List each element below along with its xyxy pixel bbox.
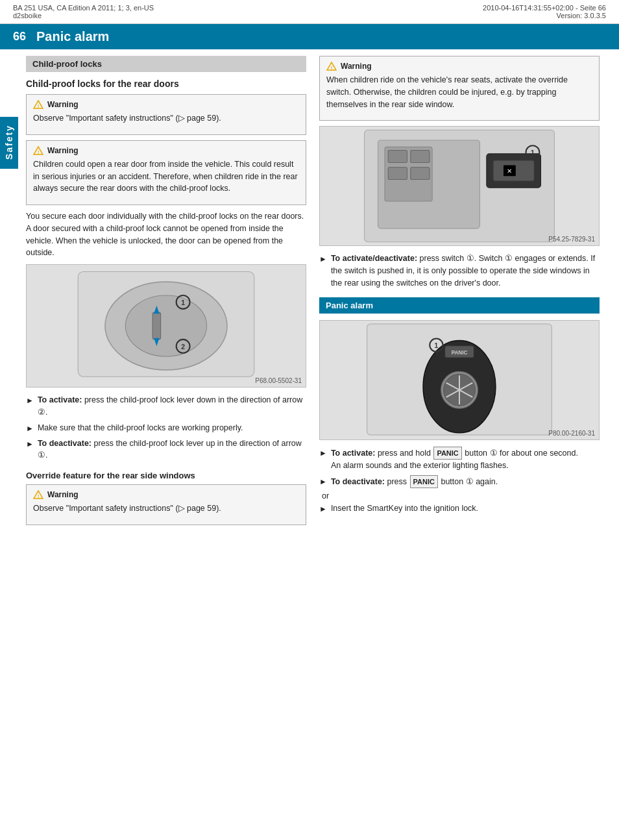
warning-1-text: Observe "Important safety instructions" … [33, 112, 299, 125]
key-fob-image: PANIC 1 P80.00-2160-31 [319, 320, 600, 440]
svg-rect-7 [152, 312, 161, 340]
bullet-smartkey: ► Insert the SmartKey into the ignition … [319, 502, 600, 515]
main-content: Child-proof locks Child-proof locks for … [0, 56, 619, 530]
svg-text:!: ! [38, 493, 40, 499]
bullet-deactivate: ► To deactivate: press the child-proof l… [26, 438, 306, 462]
svg-text:PANIC: PANIC [452, 349, 468, 355]
bullet-arrow-6: ► [319, 476, 327, 488]
svg-rect-23 [388, 167, 407, 180]
bullet-arrow-5: ► [319, 447, 327, 459]
warning-title-1: ! Warning [33, 99, 299, 110]
svg-point-6 [125, 295, 206, 356]
bullet-override-activate: ► To activate/deactivate: press switch ①… [319, 253, 600, 289]
bullet-arrow-4: ► [319, 253, 327, 265]
header-right: 2010-04-16T14:31:55+02:00 - Seite 66 Ver… [483, 4, 606, 19]
warning-2-text: Children could open a rear door from ins… [33, 158, 299, 195]
warning-icon-1: ! [33, 99, 43, 110]
section-header-childproof: Child-proof locks [26, 56, 306, 72]
svg-text:1: 1 [531, 149, 535, 156]
left-column: Child-proof locks Child-proof locks for … [26, 56, 306, 530]
page-number: 66 [13, 30, 26, 43]
or-text: or [322, 491, 600, 500]
car-door-image: 1 2 P68.00-5502-31 [26, 264, 306, 388]
panic-section-header: Panic alarm [319, 297, 600, 314]
bullet-panic-activate: ► To activate: press and hold PANIC butt… [319, 447, 600, 472]
panic-btn-2: PANIC [410, 475, 438, 489]
svg-rect-24 [411, 167, 430, 180]
bullet-arrow-1: ► [26, 395, 34, 406]
svg-text:1: 1 [435, 341, 439, 349]
warning-icon-2: ! [33, 145, 43, 156]
svg-text:2: 2 [181, 343, 185, 351]
warning-title-4: ! Warning [326, 61, 592, 71]
bullet-arrow-7: ► [319, 503, 327, 515]
warning-title-2: ! Warning [33, 145, 299, 156]
svg-text:1: 1 [181, 299, 185, 306]
page-header: BA 251 USA, CA Edition A 2011; 1; 3, en-… [0, 0, 619, 24]
img2-caption: P54.25-7829-31 [548, 236, 595, 243]
svg-text:!: ! [331, 65, 333, 71]
bullet-activate: ► To activate: press the child-proof loc… [26, 394, 306, 419]
panic-btn-1: PANIC [433, 447, 461, 460]
header-left: BA 251 USA, CA Edition A 2011; 1; 3, en-… [13, 4, 154, 19]
warning-3-text: Observe "Important safety instructions" … [33, 502, 299, 515]
warning-icon-3: ! [33, 489, 43, 500]
svg-text:✕: ✕ [507, 167, 512, 175]
right-column: ! Warning When children ride on the vehi… [319, 56, 600, 530]
svg-rect-22 [411, 151, 430, 163]
img3-caption: P80.00-2160-31 [548, 430, 595, 437]
svg-text:!: ! [38, 149, 40, 154]
warning-box-2: ! Warning Children could open a rear doo… [26, 140, 306, 205]
bullet-arrow-3: ► [26, 438, 34, 450]
svg-text:!: ! [38, 103, 40, 109]
warning-box-3: ! Warning Observe "Important safety inst… [26, 484, 306, 525]
warning-box-1: ! Warning Observe "Important safety inst… [26, 94, 306, 135]
window-switch-image: ✕ 1 P54.25-7829-31 [319, 126, 600, 246]
bullet-make-sure: ► Make sure that the child-proof locks a… [26, 422, 306, 434]
subsection-title-reardoors: Child-proof locks for the rear doors [26, 79, 306, 89]
warning-box-4: ! Warning When children ride on the vehi… [319, 56, 600, 121]
body-text-childproof: You secure each door individually with t… [26, 210, 306, 259]
bullet-arrow-2: ► [26, 423, 34, 434]
title-bar: 66 Panic alarm [0, 24, 619, 49]
warning-icon-4: ! [326, 61, 337, 71]
override-title: Override feature for the rear side windo… [26, 471, 306, 480]
img1-caption: P68.00-5502-31 [255, 377, 302, 384]
safety-tab: Safety [0, 117, 18, 169]
page-title: Panic alarm [36, 29, 109, 44]
bullet-panic-deactivate: ► To deactivate: press PANIC button ① ag… [319, 475, 600, 489]
warning-title-3: ! Warning [33, 489, 299, 500]
warning-4-text: When children ride on the vehicle's rear… [326, 74, 592, 110]
svg-rect-21 [388, 151, 407, 163]
